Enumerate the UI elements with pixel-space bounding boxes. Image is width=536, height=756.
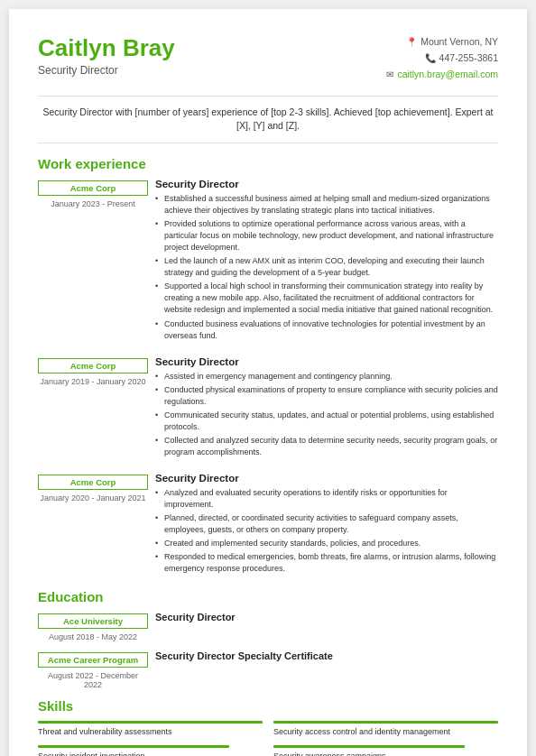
bullet-3-4: Responded to medical emergencies, bomb t… (155, 551, 498, 575)
skill-item-2: Security access control and identity man… (273, 721, 498, 738)
work-experience-title: Work experience (38, 156, 498, 171)
skill-bar-3 (38, 745, 229, 748)
work-entry-1-right: Security Director Established a successf… (155, 179, 498, 344)
work-entry-3-right: Security Director Analyzed and evaluated… (155, 473, 498, 576)
edu-left-2: Acme Career Program August 2022 - Decemb… (38, 650, 155, 689)
edu-date-2: August 2022 - December 2022 (38, 671, 148, 689)
bullet-1-1: Established a successful business aimed … (155, 193, 498, 217)
skill-bar-2 (273, 721, 498, 724)
work-date-2: January 2019 - January 2020 (38, 377, 148, 386)
skill-item-1: Threat and vulnerability assessments (38, 721, 263, 738)
phone-text: 447-255-3861 (439, 51, 498, 67)
email-contact: ✉ caitlyn.bray@email.com (386, 67, 498, 83)
work-entry-1-left: Acme Corp January 2023 - Present (38, 179, 155, 344)
edu-right-1: Security Director (155, 612, 498, 641)
bullet-3-3: Created and implemented security standar… (155, 538, 498, 549)
skill-label-2: Security access control and identity man… (273, 726, 498, 738)
edu-right-2: Security Director Specialty Certificate (155, 650, 498, 689)
email-text: caitlyn.bray@email.com (397, 67, 498, 83)
bullet-1-4: Supported a local high school in transfo… (155, 281, 498, 316)
location-text: Mount Vernon, NY (420, 34, 498, 51)
skill-label-4: Security awareness campaigns (273, 751, 498, 756)
work-entry-3: Acme Corp January 2020 - January 2021 Se… (38, 473, 498, 576)
edu-entry-1: Ace University August 2018 - May 2022 Se… (38, 612, 498, 641)
skills-grid: Threat and vulnerability assessments Sec… (38, 721, 498, 756)
edu-date-1: August 2018 - May 2022 (38, 632, 148, 641)
skill-bar-4 (273, 745, 465, 748)
bullet-3-2: Planned, directed, or coordinated securi… (155, 512, 498, 536)
work-entry-3-left: Acme Corp January 2020 - January 2021 (38, 473, 155, 576)
edu-degree-2: Security Director Specialty Certificate (155, 650, 498, 661)
company-badge-2: Acme Corp (38, 358, 148, 373)
job-title-1: Security Director (155, 179, 498, 189)
bullet-list-3: Analyzed and evaluated security operatio… (155, 487, 498, 575)
skill-label-3: Security incident investigation (38, 751, 263, 756)
work-experience-section: Work experience Acme Corp January 2023 -… (38, 156, 498, 576)
edu-left-1: Ace University August 2018 - May 2022 (38, 612, 155, 641)
skill-item-3: Security incident investigation (38, 745, 263, 756)
skills-section: Skills Threat and vulnerability assessme… (38, 698, 498, 756)
header-right: 📍 Mount Vernon, NY 📞 447-255-3861 ✉ cait… (386, 34, 498, 83)
job-title-3: Security Director (155, 473, 498, 484)
bullet-1-5: Conducted business evaluations of innova… (155, 318, 498, 342)
work-date-1: January 2023 - Present (38, 199, 148, 208)
bullet-2-4: Collected and analyzed security data to … (155, 435, 498, 458)
work-entry-1: Acme Corp January 2023 - Present Securit… (38, 179, 498, 344)
location-contact: 📍 Mount Vernon, NY (386, 34, 498, 51)
company-badge-1: Acme Corp (38, 180, 148, 196)
email-icon: ✉ (386, 67, 393, 82)
work-date-3: January 2020 - January 2021 (38, 493, 148, 502)
skill-bar-1 (38, 721, 263, 724)
candidate-name: Caitlyn Bray (38, 34, 175, 62)
bullet-1-3: Led the launch of a new AMX unit as inte… (155, 255, 498, 279)
header-left: Caitlyn Bray Security Director (38, 34, 175, 77)
edu-degree-1: Security Director (155, 612, 498, 622)
skill-item-4: Security awareness campaigns (273, 745, 498, 756)
skill-label-1: Threat and vulnerability assessments (38, 726, 263, 738)
edu-institution-badge-2: Acme Career Program (38, 652, 148, 668)
edu-institution-badge-1: Ace University (38, 613, 148, 629)
summary-section: Security Director with [number of years]… (38, 96, 498, 144)
phone-icon: 📞 (425, 51, 436, 66)
bullet-list-2: Assisted in emergency management and con… (155, 371, 498, 458)
location-icon: 📍 (406, 34, 417, 50)
edu-entry-2: Acme Career Program August 2022 - Decemb… (38, 650, 498, 689)
bullet-2-1: Assisted in emergency management and con… (155, 371, 498, 383)
candidate-title: Security Director (38, 64, 175, 77)
work-entry-2-right: Security Director Assisted in emergency … (155, 356, 498, 460)
education-title: Education (38, 589, 498, 604)
work-entry-2: Acme Corp January 2019 - January 2020 Se… (38, 356, 498, 460)
bullet-list-1: Established a successful business aimed … (155, 193, 498, 342)
skills-title: Skills (38, 698, 498, 714)
bullet-1-2: Provided solutions to optimize operation… (155, 218, 498, 254)
work-entry-2-left: Acme Corp January 2019 - January 2020 (38, 356, 155, 460)
education-section: Education Ace University August 2018 - M… (38, 589, 498, 689)
bullet-3-1: Analyzed and evaluated security operatio… (155, 487, 498, 511)
bullet-2-3: Communicated security status, updates, a… (155, 410, 498, 433)
company-badge-3: Acme Corp (38, 475, 148, 490)
phone-contact: 📞 447-255-3861 (386, 51, 498, 67)
resume-container: Caitlyn Bray Security Director 📍 Mount V… (9, 9, 527, 756)
job-title-2: Security Director (155, 356, 498, 367)
summary-text: Security Director with [number of years]… (43, 106, 494, 132)
header: Caitlyn Bray Security Director 📍 Mount V… (38, 34, 498, 83)
bullet-2-2: Conducted physical examinations of prope… (155, 384, 498, 408)
